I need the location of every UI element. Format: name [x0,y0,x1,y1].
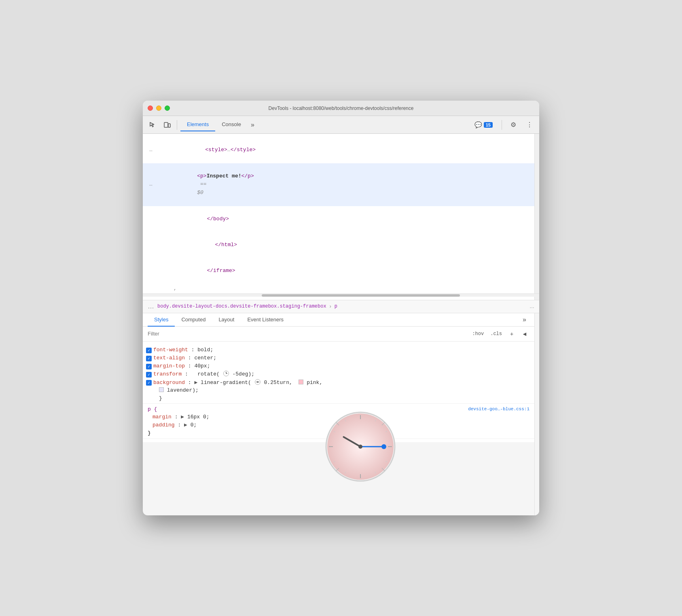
html-scrollbar-v[interactable] [534,134,539,300]
console-badge-button[interactable]: 💬 15 [470,120,497,130]
toolbar-separator [177,120,177,130]
traffic-lights [148,105,170,111]
css-prop-value-margin-top: 40px; [194,363,210,369]
toggle-sidebar-button[interactable]: ◄ [520,329,530,339]
css-prop-transform: transform : rotate( -5deg); [143,371,534,379]
styles-scrollbar-v[interactable] [534,313,539,515]
tab-computed[interactable]: Computed [175,313,212,327]
breadcrumb-more[interactable]: … [148,303,154,310]
clock-widget[interactable] [324,410,397,442]
css-content: font-weight : bold; text-align : center; [143,342,534,442]
chat-icon: 💬 [474,121,482,129]
css-prop-name-background: background [153,380,185,386]
html-dots-2: … [149,180,152,189]
inspect-element-button[interactable] [146,118,159,131]
styles-tabs: Styles Computed Layout Event Listeners » [143,313,534,327]
filter-actions: :hov .cls + ◄ [470,329,530,339]
tab-styles[interactable]: Styles [148,313,175,327]
html-line-style: … <style>…</style> [143,137,539,163]
close-button[interactable] [148,105,153,111]
devtools-toolbar: Elements Console » 💬 15 ⚙ ⋮ [143,116,539,134]
html-p-tag: <p>Inspect me!</p> == $0 [156,164,254,206]
css-prop-name-margin: margin [152,414,172,420]
css-prop-text-align: text-align : center; [143,354,534,363]
html-style-tag: <style>…</style> [156,137,256,162]
css-prop-name-transform: transform [153,371,182,377]
more-tabs-button[interactable]: » [248,120,258,130]
html-scrollbar-h[interactable] [143,293,539,297]
main-tabs: Elements Console » [180,118,469,131]
toolbar-sep-2 [502,120,502,130]
color-swatch-lavender[interactable] [159,387,164,392]
clock-inline-icon[interactable] [223,371,229,376]
css-checkbox-font-weight[interactable] [146,348,152,353]
css-prop-value-padding: 0; [191,422,197,428]
device-toolbar-button[interactable] [161,118,174,131]
css-prop-name-margin-top: margin-top [153,363,185,369]
window-title: DevTools - localhost:8080/web/tools/chro… [269,105,414,111]
css-checkbox-margin-top[interactable] [146,364,152,369]
breadcrumb-sep: › [330,304,331,309]
css-prop-value-margin: 16px 0; [187,414,210,420]
html-dots: … [149,146,152,154]
color-swatch-pink[interactable] [299,380,303,384]
settings-button[interactable]: ⚙ [507,118,520,131]
hov-button[interactable]: :hov [470,330,485,338]
breadcrumb-bar: … body.devsite-layout-docs.devsite-frame… [143,300,539,313]
css-prop-name-font-weight: font-weight [153,347,188,353]
css-prop-value-transform-deg: -5deg); [232,371,254,377]
css-arrow-margin[interactable]: ▶ [181,414,187,420]
css-arrow-background[interactable]: ▶ [194,380,201,386]
tab-console[interactable]: Console [215,118,248,131]
styles-more-tabs[interactable]: » [519,314,530,325]
tab-elements[interactable]: Elements [180,118,215,131]
css-colon-1: : [191,347,198,353]
tab-event-listeners[interactable]: Event Listeners [241,313,290,327]
css-arrow-padding[interactable]: ▶ [184,422,191,428]
html-panel: … <style>…</style> … <p>Inspect me!</p> … [143,134,539,300]
breadcrumb-p[interactable]: p [335,304,337,309]
tab-layout[interactable]: Layout [212,313,241,327]
css-prop-value-text-align: center; [194,355,216,361]
css-prop-background: background : ▶ linear-gradient( [143,379,534,387]
html-line-p: … <p>Inspect me!</p> == $0 [143,163,539,206]
scrollbar-h-thumb[interactable] [262,294,460,297]
cls-button[interactable]: .cls [489,330,504,338]
css-checkbox-text-align[interactable] [146,356,152,361]
html-body-close: </body> [149,207,229,232]
svg-rect-1 [168,124,170,127]
css-selector-p: p { [148,406,157,412]
lower-panel: Styles Computed Layout Event Listeners »… [143,313,539,515]
css-rule-1: font-weight : bold; text-align : center; [143,345,534,404]
maximize-button[interactable] [165,105,170,111]
html-line-comma: , [143,284,539,293]
css-prop-value-bg-angle: 0.25turn, [264,380,296,386]
css-checkbox-transform[interactable] [146,372,152,378]
css-prop-name-text-align: text-align [153,355,185,361]
html-iframe-close: </iframe> [149,258,235,283]
css-prop-font-weight: font-weight : bold; [143,346,534,354]
filter-input[interactable] [148,331,467,337]
add-style-button[interactable]: + [507,329,517,339]
filter-bar: :hov .cls + ◄ [143,327,534,342]
devtools-window: DevTools - localhost:8080/web/tools/chro… [143,101,539,515]
css-checkbox-background[interactable] [146,380,152,386]
css-prop-value-transform: rotate( [197,371,220,377]
lower-panel-content: Styles Computed Layout Event Listeners »… [143,313,534,515]
css-prop-value-font-weight: bold; [197,347,213,353]
css-prop-value-bg-pink: pink, [307,380,322,386]
html-html-close: </html> [149,232,237,257]
console-count: 15 [484,122,493,128]
breadcrumb-more-2: … [530,304,534,309]
svg-point-5 [257,382,258,383]
css-file-ref[interactable]: devsite-goo…-blue.css:1 [468,407,530,411]
css-prop-value-lavender: lavender); [167,387,199,393]
html-comma: , [149,285,177,293]
html-line-html-close: </html> [143,232,539,258]
gradient-angle-icon[interactable] [255,379,261,385]
svg-rect-0 [164,122,168,127]
minimize-button[interactable] [156,105,161,111]
css-prop-name-padding: padding [152,422,175,428]
breadcrumb-body[interactable]: body.devsite-layout-docs.devsite-framebo… [157,304,326,309]
more-options-button[interactable]: ⋮ [523,118,536,131]
